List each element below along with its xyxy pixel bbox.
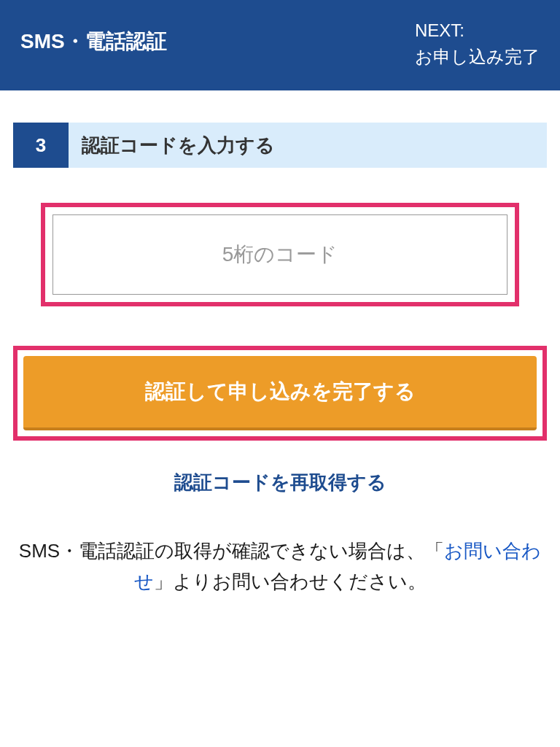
step-bar: 3 認証コードを入力する xyxy=(13,123,547,168)
step-number: 3 xyxy=(13,123,69,168)
page-header: SMS・電話認証 NEXT: お申し込み完了 xyxy=(0,0,560,90)
header-next: NEXT: お申し込み完了 xyxy=(415,18,540,70)
resend-code-link[interactable]: 認証コードを再取得する xyxy=(0,470,560,495)
header-title: SMS・電話認証 xyxy=(20,18,167,55)
help-text-after: 」よりお問い合わせください。 xyxy=(154,570,427,592)
step-title: 認証コードを入力する xyxy=(69,123,547,168)
submit-highlight: 認証して申し込みを完了する xyxy=(13,346,547,441)
help-text-before: SMS・電話認証の取得が確認できない場合は、「 xyxy=(19,540,444,562)
verification-code-input[interactable] xyxy=(52,214,508,295)
help-text: SMS・電話認証の取得が確認できない場合は、「お問い合わせ」よりお問い合わせくだ… xyxy=(18,536,542,597)
next-step: お申し込み完了 xyxy=(415,44,540,70)
next-label: NEXT: xyxy=(415,18,540,44)
submit-button[interactable]: 認証して申し込みを完了する xyxy=(23,356,537,430)
code-input-highlight xyxy=(41,203,519,306)
